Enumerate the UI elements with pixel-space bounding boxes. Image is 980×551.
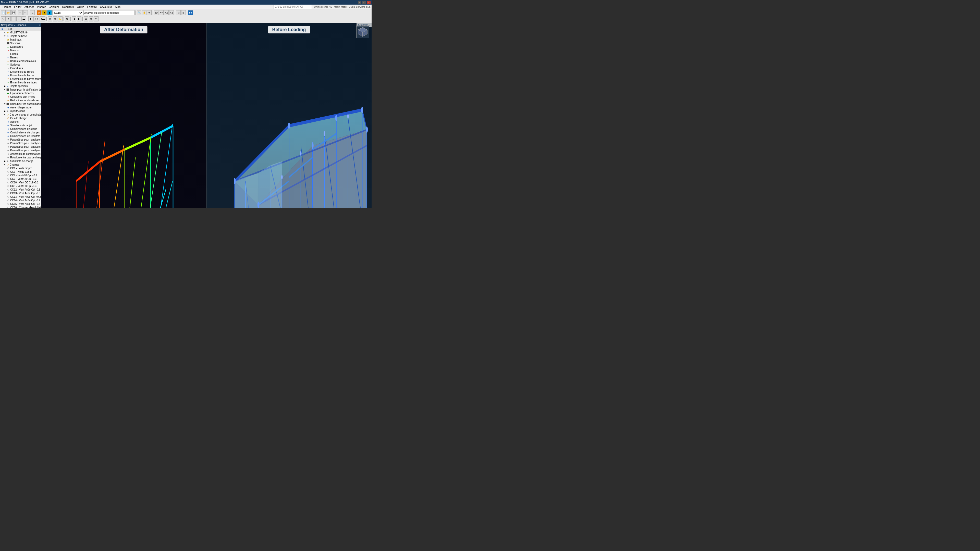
analysis-type-input[interactable] [83, 10, 135, 15]
sidebar-item-cc7b[interactable]: ⬡ CC7 - Vent G0 Cpi -0.3 [0, 177, 41, 181]
sidebar-item-cc15[interactable]: ⬡ CC15 - Vent Ac0e Cpi -0.3 [0, 202, 41, 206]
sidebar-item-combinaisons-charges[interactable]: ◈ Combinaisons de charges [0, 130, 41, 134]
tb-btn-2[interactable]: ■ [42, 10, 47, 15]
menu-cao-bim[interactable]: CAO-BIM [98, 5, 113, 9]
sidebar-item-cc7[interactable]: ⬡ CC7 - Neige Cas II [0, 170, 41, 173]
redo-button[interactable]: ↪ [23, 10, 28, 15]
sidebar-item-ens-lignes[interactable]: ≡ Ensembles de lignes [0, 70, 41, 73]
menu-resultats[interactable]: Résultats [60, 5, 75, 9]
load-line-btn[interactable]: ⬇⬇ [33, 16, 39, 21]
sidebar-item-cc8[interactable]: ⬡ CC8 - Vent G0 Cpi -0.3 [0, 184, 41, 188]
sidebar-item-epaisseurs[interactable]: ▬ Épaisseurs [0, 45, 41, 48]
sidebar-item-ens-surfaces[interactable]: ≡ Ensembles de surfaces [0, 81, 41, 84]
load-node-btn[interactable]: ⬇ [28, 16, 33, 21]
sidebar-item-situations-projet[interactable]: ◈ Situations de projet [0, 124, 41, 127]
minimize-button[interactable]: − [358, 1, 361, 4]
sidebar-item-assistants-charge[interactable]: ▶ ◈ Assistants de charge [0, 159, 41, 163]
grid-btn[interactable]: ⊞ [84, 16, 88, 21]
sidebar-item-epaisseurs-eff[interactable]: ▬ Épaisseurs efficaces [0, 91, 41, 95]
sidebar-item-actions[interactable]: ◈ Actions [0, 120, 41, 124]
view-yz-btn[interactable]: YZ [169, 10, 174, 15]
sidebar-item-reductions[interactable]: ◈ Réductions locales de section de barre [0, 98, 41, 102]
menu-editer[interactable]: Éditer [13, 5, 23, 9]
sidebar-item-cc10[interactable]: ⬡ CC10 - Vent G0 Cpi +0.2 [0, 181, 41, 184]
node-btn[interactable]: ● [6, 16, 11, 21]
sidebar-item-ens-barres-repr[interactable]: ≡ Ensembles de barres représentatives [0, 77, 41, 81]
sidebar-item-rotation[interactable]: ◈ Rotation entre cas de charge [0, 156, 41, 159]
menu-afficher[interactable]: Afficher [23, 5, 35, 9]
sidebar-item-barres-repr[interactable]: ═ Barres représentatives [0, 59, 41, 63]
menu-calculer[interactable]: Calculer [47, 5, 60, 9]
sidebar-item-cc13[interactable]: ⬡ CC13 - Vent Ac0e Cpi -0.3 [0, 191, 41, 195]
sidebar-item-params-spectrale[interactable]: ◈ Paramètres pour l'analyse spectrale [0, 148, 41, 152]
sidebar-item-cc9[interactable]: ⬡ CC9 - Vent G0 Cpi +0.2 [0, 173, 41, 177]
view3d-btn[interactable]: 3D [154, 10, 159, 15]
sidebar-item-combinaisons-resultats[interactable]: ◈ Combinaisons de résultats [0, 134, 41, 138]
maximize-button[interactable]: □ [363, 1, 366, 4]
split-view[interactable]: After Deformation [41, 23, 372, 208]
sidebar-item-params-stabilite[interactable]: ◈ Paramètres pour l'analyse de stabilité [0, 141, 41, 145]
sidebar-item-cc14[interactable]: ⬡ CC14 - Vent Ac0e Cpi -0.2 [0, 198, 41, 202]
calc-btn[interactable]: ▶▶ [188, 10, 193, 15]
sidebar-item-surfaces[interactable]: ▬ Surfaces [0, 63, 41, 66]
sidebar-item-cc13b[interactable]: ⬡ CC13 - Vent Ac0e Cpi +0.2 [0, 195, 41, 198]
load-surface-btn[interactable]: ⬇▬ [40, 16, 45, 21]
snap2-btn[interactable]: ⊙ [53, 16, 57, 21]
save-button[interactable]: 💾 [11, 10, 16, 15]
sidebar-item-charges[interactable]: ▼ ⬡ Charges [0, 163, 41, 166]
cc-dropdown[interactable]: CC18 [52, 10, 83, 15]
sidebar-item-cas-charge[interactable]: ▼ ⬡ Cas de charge et combinaisons [0, 113, 41, 116]
pan-btn[interactable]: ✋ [142, 10, 146, 15]
window-controls[interactable]: − □ × [358, 1, 371, 4]
tb-btn-1[interactable]: ▶ [37, 10, 41, 15]
sidebar-item-types-assemblages-acier[interactable]: ▼ ⬛ Types pour les assemblages acier [0, 102, 41, 106]
snap-btn[interactable]: ⊕ [48, 16, 52, 21]
zoom-btn[interactable]: 🔍 [137, 10, 142, 15]
sidebar-item-materiaux[interactable]: ▣ Matériaux [0, 38, 41, 41]
menu-fichier[interactable]: Fichier [1, 5, 13, 9]
sidebar-item-sections[interactable]: ⬛ Sections [0, 41, 41, 45]
sidebar-item-noeuds[interactable]: ● Nœuds [0, 48, 41, 52]
sidebar-item-assistants-combinaisons[interactable]: ◈ Assistants de combinaisons [0, 152, 41, 156]
sidebar-item-objets-speciaux[interactable]: ▶ ★ Objets spéciaux [0, 84, 41, 88]
sidebar-item-types-verif-acier[interactable]: ▼ ⬛ Types pour la vérification de l'acie… [0, 88, 41, 91]
sidebar-item-assemblages-acier[interactable]: ◉ Assemblages acier [0, 106, 41, 109]
render-btn[interactable]: ◻ [176, 10, 181, 15]
sidebar-item-conditions-limites[interactable]: ◈ Conditions aux limites [0, 95, 41, 98]
beam-btn[interactable]: ═ [16, 16, 21, 21]
menu-fenetre[interactable]: Fenêtre [86, 5, 98, 9]
sidebar-item-ouvertures[interactable]: ○ Ouvertures [0, 66, 41, 70]
view-xy-btn[interactable]: XY [159, 10, 164, 15]
undo-button[interactable]: ↩ [18, 10, 23, 15]
select-btn[interactable]: ↖ [1, 16, 6, 21]
surface-btn[interactable]: ▬ [21, 16, 26, 21]
sidebar-item-params-statique[interactable]: ◈ Paramètres pour l'analyse statique [0, 138, 41, 141]
menu-aide[interactable]: Aide [113, 5, 122, 9]
rotate-btn[interactable]: ↺ [147, 10, 151, 15]
prev-frame-btn[interactable]: ◀ [72, 16, 76, 21]
search-input[interactable] [274, 5, 312, 9]
menu-outils[interactable]: Outils [75, 5, 86, 9]
panel-after-deformation[interactable]: After Deformation [41, 23, 207, 208]
sidebar-item-ens-barres[interactable]: ≡ Ensembles de barres [0, 73, 41, 77]
sidebar-item-cc1[interactable]: ⬡ CC1 - Poids propre [0, 166, 41, 170]
measure-btn[interactable]: 📐 [58, 16, 62, 21]
open-button[interactable]: 📂 [6, 10, 11, 15]
section-btn[interactable]: ✂ [94, 16, 99, 21]
sidebar-item-barres[interactable]: ═ Barres [0, 56, 41, 59]
sidebar-item-cas-de-charge[interactable]: ⬡ Cas de charge [0, 116, 41, 120]
model-label[interactable]: ▼ ◉ MILLET V15.rf6* [0, 30, 41, 34]
view-xz-btn[interactable]: XZ [164, 10, 169, 15]
axis-btn[interactable]: ⊕ [89, 16, 94, 21]
print-button[interactable]: 🖨 [30, 10, 35, 15]
sidebar-item-objets-base[interactable]: ▼ □ Objets de base [0, 34, 41, 38]
panel-before-loading[interactable]: Before Loading [207, 23, 372, 208]
delete-btn[interactable]: 🗑 [65, 16, 69, 21]
sidebar-close-icon[interactable]: × [38, 24, 40, 27]
new-button[interactable]: 📄 [1, 10, 6, 15]
tb-btn-3[interactable]: ◆ [47, 10, 52, 15]
sidebar-item-combinaisons-actions[interactable]: ◈ Combinaisons d'actions [0, 127, 41, 130]
close-button[interactable]: × [367, 1, 371, 4]
sidebar-item-cc16[interactable]: ⬡ CC16 - Charges d'exploitations (2T/m²) [0, 206, 41, 208]
sidebar-item-cc12[interactable]: ⬡ CC12 - Vent Ac0e Cpi -0.3 [0, 188, 41, 191]
